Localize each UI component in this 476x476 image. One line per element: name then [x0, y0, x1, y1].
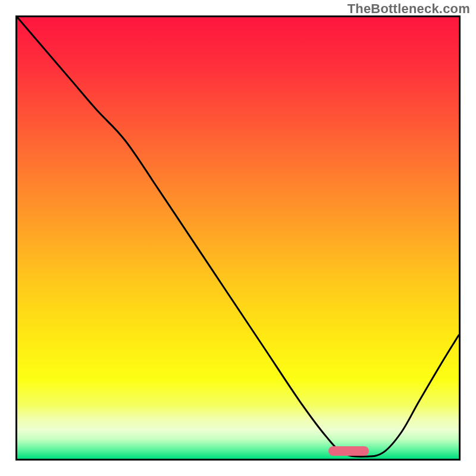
highlight-marker: [328, 446, 369, 456]
curve-line: [17, 17, 459, 459]
plot-area: [15, 15, 461, 461]
watermark-label: TheBottleneck.com: [347, 1, 470, 17]
chart-container: TheBottleneck.com: [0, 0, 476, 476]
